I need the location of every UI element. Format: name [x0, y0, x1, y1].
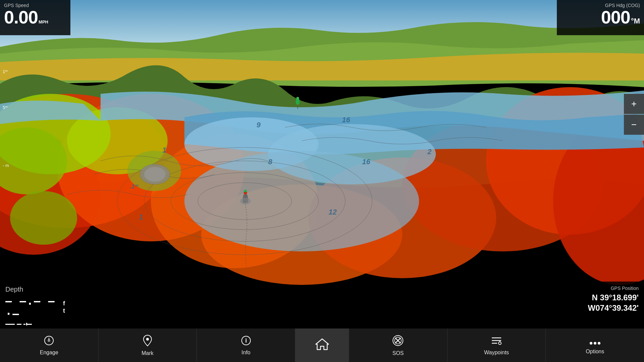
gps-heading-panel: GPS Hdg (COG) 000 °M [557, 0, 644, 35]
nav-item-mark[interactable]: Mark [99, 328, 197, 362]
gps-speed-value: 0.00 [4, 8, 38, 26]
nav-item-engage[interactable]: Engage [0, 328, 99, 362]
svg-point-24 [296, 97, 299, 100]
svg-point-60 [598, 342, 600, 345]
nav-label-mark: Mark [141, 350, 154, 356]
nav-label-engage: Engage [40, 350, 58, 356]
svg-text:.1ᵐ: .1ᵐ [130, 184, 138, 189]
marker-icon [143, 335, 152, 349]
svg-point-56 [499, 342, 501, 345]
nav-item-waypoints[interactable]: Waypoints [448, 328, 546, 362]
gps-lon: W074°39.342' [562, 303, 639, 313]
nav-label-sos: SOS [392, 350, 404, 356]
gps-speed-panel: GPS Speed 0.00 MPH [0, 0, 70, 35]
home-icon [315, 338, 329, 353]
svg-point-47 [48, 339, 50, 342]
zoom-in-button[interactable]: + [624, 94, 644, 114]
nav-item-home[interactable] [295, 328, 349, 362]
depth-units: f t [63, 300, 65, 314]
zoom-controls[interactable]: + − [624, 94, 644, 135]
depth-scale-bar [5, 323, 65, 325]
svg-point-58 [590, 342, 592, 345]
depth-label: Depth [5, 286, 65, 293]
gps-position-label: GPS Position [562, 286, 639, 291]
svg-rect-20 [243, 194, 247, 198]
info-icon: i [241, 335, 251, 348]
svg-text:- m: - m [3, 163, 9, 168]
svg-point-42 [144, 167, 166, 182]
nav-bar: Engage Mark i Info [0, 328, 644, 362]
zoom-out-button[interactable]: − [624, 115, 644, 135]
map-background: 1 9 16 8 16 2 12 1 .1ᵐ 1ᵐ 5ᵐ - m [0, 0, 644, 328]
gps-heading-value: 000 [601, 8, 630, 26]
svg-text:12: 12 [329, 208, 337, 216]
nav-item-sos[interactable]: SOS [349, 328, 448, 362]
gps-speed-unit: MPH [39, 17, 48, 24]
svg-point-13 [10, 191, 77, 245]
gps-lat: N 39°18.699' [562, 292, 639, 303]
nav-label-waypoints: Waypoints [484, 350, 509, 356]
svg-text:i: i [245, 337, 247, 344]
gps-position-panel: GPS Position N 39°18.699' W074°39.342' [557, 282, 644, 328]
svg-point-59 [594, 342, 596, 345]
options-icon [589, 336, 601, 347]
svg-text:2: 2 [427, 147, 432, 156]
svg-text:1ᵐ: 1ᵐ [3, 69, 8, 74]
nav-item-options[interactable]: Options [546, 328, 644, 362]
nav-label-options: Options [586, 349, 604, 355]
svg-point-22 [244, 190, 247, 192]
svg-text:16: 16 [362, 158, 370, 166]
svg-point-48 [146, 338, 149, 341]
depth-value: — —.— —·— [5, 295, 60, 320]
map-container[interactable]: 1 9 16 8 16 2 12 1 .1ᵐ 1ᵐ 5ᵐ - m [0, 0, 644, 328]
svg-text:1: 1 [162, 146, 166, 154]
svg-text:16: 16 [342, 116, 350, 124]
svg-text:1: 1 [139, 213, 143, 221]
nav-label-info: Info [241, 350, 250, 356]
svg-text:8: 8 [268, 158, 273, 166]
svg-text:9: 9 [256, 121, 261, 129]
nav-item-info[interactable]: i Info [197, 328, 295, 362]
svg-point-17 [184, 151, 419, 251]
sos-icon [392, 335, 404, 349]
svg-text:5ᵐ: 5ᵐ [3, 105, 8, 110]
depth-panel: Depth — —.— —·— f t [0, 282, 70, 328]
compass-icon [44, 335, 54, 348]
waypoints-icon [490, 335, 503, 348]
gps-heading-unit: °M [631, 17, 640, 25]
